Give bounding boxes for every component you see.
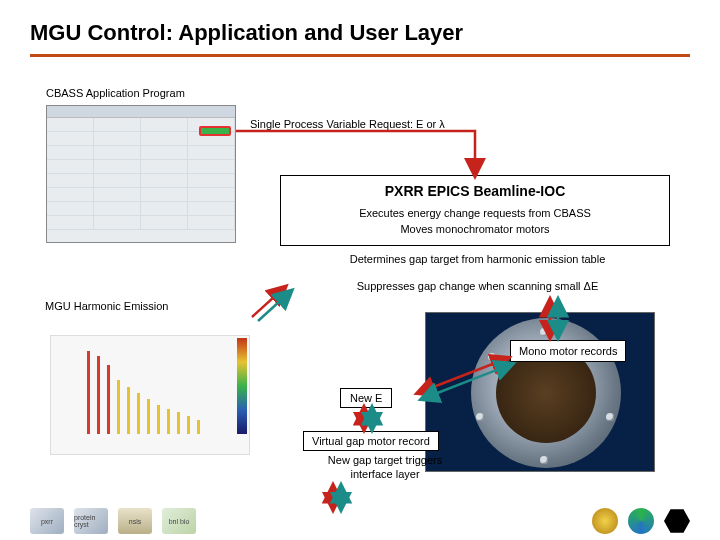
bnl-logo <box>592 508 618 534</box>
cbass-screenshot <box>46 105 236 243</box>
harmonic-emission-plot <box>50 335 250 455</box>
mono-motor-records-box: Mono motor records <box>510 340 626 362</box>
pxrr-header: PXRR EPICS Beamline-IOC <box>289 183 661 199</box>
nsls-logo: nsls <box>118 508 152 534</box>
new-gap-trigger-text: New gap target triggers interface layer <box>310 454 460 482</box>
pxrr-line2: Moves monochromator motors <box>289 223 661 235</box>
cbass-app-label: CBASS Application Program <box>46 87 185 99</box>
virtual-gap-box: Virtual gap motor record <box>303 431 439 451</box>
protein-cryst-logo: protein cryst <box>74 508 108 534</box>
new-e-box: New E <box>340 388 392 408</box>
bnlbio-logo: bnl bio <box>162 508 196 534</box>
hex-logo <box>664 508 690 534</box>
arrow-harmonic-to-text-teal <box>258 291 291 321</box>
determines-gap-target: Determines gap target from harmonic emis… <box>280 253 675 265</box>
pxrr-logo: pxrr <box>30 508 64 534</box>
nsls-ii-logo <box>628 508 654 534</box>
cbass-go-button-highlighted <box>199 126 231 136</box>
arrow-request-to-ioc <box>236 131 475 175</box>
footer-logos: pxrr protein cryst nsls bnl bio <box>30 508 690 534</box>
suppresses-gap-change: Suppresses gap change when scanning smal… <box>280 280 675 292</box>
beamline-vessel-photo <box>425 312 655 472</box>
pxrr-line1: Executes energy change requests from CBA… <box>289 207 661 219</box>
pxrr-ioc-box: PXRR EPICS Beamline-IOC Executes energy … <box>280 175 670 246</box>
page-title: MGU Control: Application and User Layer <box>0 0 720 54</box>
harmonic-emission-label: MGU Harmonic Emission <box>45 300 168 312</box>
single-request-label: Single Process Variable Request: E or λ <box>250 118 445 130</box>
title-divider <box>30 54 690 57</box>
